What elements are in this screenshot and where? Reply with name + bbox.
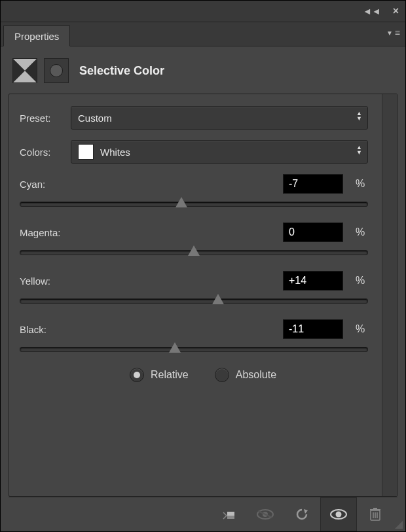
toggle-visibility-button[interactable] xyxy=(320,497,357,531)
yellow-thumb[interactable] xyxy=(212,294,224,304)
relative-radio[interactable]: Relative xyxy=(130,368,189,382)
magenta-label: Magenta: xyxy=(20,227,61,238)
black-unit: % xyxy=(352,323,368,335)
clip-to-layer-button[interactable] xyxy=(210,497,247,531)
panel-titlebar: ◄◄ × xyxy=(1,1,405,22)
updown-icon: ▲▼ xyxy=(356,145,362,155)
black-input[interactable] xyxy=(283,319,343,339)
cyan-slider[interactable] xyxy=(20,199,368,208)
yellow-unit: % xyxy=(352,275,368,287)
magenta-thumb[interactable] xyxy=(188,245,200,256)
scrollbar-gutter[interactable] xyxy=(382,94,397,496)
magenta-input[interactable] xyxy=(283,222,343,242)
black-slider[interactable] xyxy=(20,344,368,353)
black-thumb[interactable] xyxy=(169,342,181,353)
svg-marker-9 xyxy=(304,509,308,514)
tab-properties[interactable]: Properties xyxy=(3,26,70,46)
colors-swatch xyxy=(78,144,94,160)
adjustment-title: Selective Color xyxy=(79,64,164,78)
colors-select[interactable]: Whites ▲▼ xyxy=(71,140,368,164)
close-icon[interactable]: × xyxy=(393,5,399,17)
svg-rect-17 xyxy=(373,508,377,509)
preset-label: Preset: xyxy=(20,113,71,124)
panel-footer xyxy=(9,497,397,531)
layer-mask-icon[interactable] xyxy=(44,58,69,83)
colors-label: Colors: xyxy=(20,147,71,158)
yellow-slider[interactable] xyxy=(20,296,368,305)
selective-color-icon xyxy=(12,58,37,83)
cyan-thumb[interactable] xyxy=(175,197,187,207)
properties-panel: ◄◄ × Properties ▼≡ Selective Color xyxy=(0,0,406,532)
svg-rect-16 xyxy=(370,509,380,510)
collapse-icon[interactable]: ◄◄ xyxy=(363,6,381,16)
tab-bar: Properties ▼≡ xyxy=(1,22,405,46)
preset-select[interactable]: Custom ▲▼ xyxy=(71,106,368,130)
colors-value: Whites xyxy=(100,147,130,158)
resize-grip-icon[interactable] xyxy=(394,520,403,529)
absolute-label: Absolute xyxy=(236,369,276,381)
adjustment-title-row: Selective Color xyxy=(9,56,397,94)
absolute-radio[interactable]: Absolute xyxy=(215,368,276,382)
panel-menu-icon[interactable]: ▼≡ xyxy=(386,27,399,38)
delete-button[interactable] xyxy=(357,497,394,531)
svg-rect-6 xyxy=(227,512,234,516)
yellow-input[interactable] xyxy=(283,271,343,291)
cyan-label: Cyan: xyxy=(20,179,45,190)
magenta-unit: % xyxy=(352,226,368,238)
cyan-input[interactable] xyxy=(283,174,343,194)
panel-content: Selective Color Preset: Custom ▲▼ Colors… xyxy=(1,46,405,531)
reset-button[interactable] xyxy=(284,497,320,531)
svg-point-11 xyxy=(336,512,342,518)
preset-value: Custom xyxy=(78,113,112,124)
mode-radio-group: Relative Absolute xyxy=(9,368,397,382)
magenta-slider[interactable] xyxy=(20,247,368,257)
settings-area: Preset: Custom ▲▼ Colors: Whites ▲▼ xyxy=(9,94,397,497)
view-previous-button[interactable] xyxy=(247,497,284,531)
relative-label: Relative xyxy=(151,369,189,381)
black-label: Black: xyxy=(20,324,46,335)
radio-checked-icon xyxy=(134,372,140,378)
yellow-label: Yellow: xyxy=(20,275,50,287)
updown-icon: ▲▼ xyxy=(356,111,362,121)
cyan-unit: % xyxy=(352,178,368,190)
